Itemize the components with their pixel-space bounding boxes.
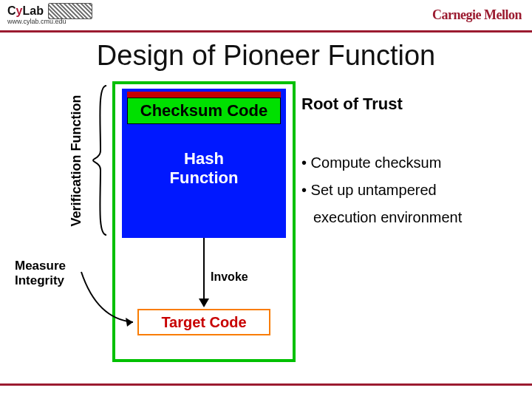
carnegie-mellon-logo: Carnegie Mellon	[432, 7, 522, 23]
measure-line-2: Integrity	[15, 273, 81, 288]
bullet-list: • Compute checksum • Set up untampered e…	[301, 149, 462, 231]
invoke-arrow-line	[203, 238, 205, 300]
invoke-arrow-head-icon	[199, 299, 209, 307]
bullet-2: • Set up untampered	[301, 177, 462, 204]
bullet-1: • Compute checksum	[301, 149, 462, 177]
bullet-2-cont: execution environment	[301, 204, 462, 231]
cylab-c: C	[7, 4, 16, 17]
measure-line-1: Measure	[15, 259, 81, 273]
brace-icon	[90, 84, 109, 236]
diagram-canvas: Checksum Code Hash Function Invoke Targe…	[0, 81, 532, 377]
root-of-trust-label: Root of Trust	[301, 95, 403, 114]
verification-function-label: Verification Function	[65, 83, 87, 238]
slide-header: CyLab www.cylab.cmu.edu Carnegie Mellon	[0, 0, 532, 33]
cylab-logo: CyLab	[7, 3, 92, 19]
target-code-box: Target Code	[137, 309, 270, 335]
verification-function-text: Verification Function	[69, 95, 84, 226]
invoke-label: Invoke	[211, 270, 248, 284]
slide-title: Design of Pioneer Function	[0, 40, 532, 72]
svg-marker-0	[126, 318, 133, 327]
cylab-wordmark: CyLab	[7, 4, 44, 18]
footer-rule	[0, 383, 532, 386]
checksum-code-box: Checksum Code	[127, 98, 281, 124]
measure-integrity-label: Measure Integrity	[15, 259, 81, 287]
hash-line-2: Function	[127, 168, 281, 188]
measure-arrow-icon	[80, 267, 139, 327]
hash-function-label: Hash Function	[127, 149, 281, 188]
cylab-url: www.cylab.cmu.edu	[7, 18, 66, 25]
globe-icon	[48, 3, 92, 19]
cylab-lab: Lab	[22, 4, 43, 17]
hash-line-1: Hash	[127, 149, 281, 168]
